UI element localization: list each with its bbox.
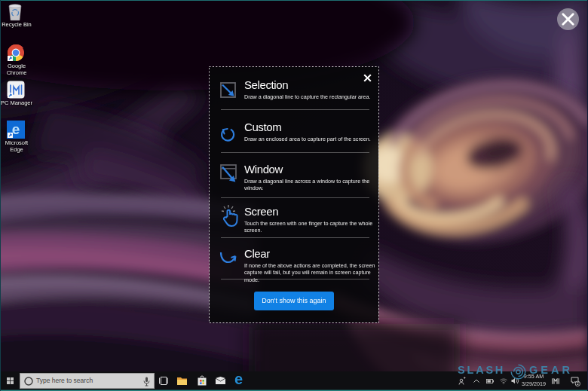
svg-text:e: e (12, 121, 20, 137)
svg-text:3/29/2019: 3/29/2019 (522, 380, 546, 387)
svg-text:2: 2 (577, 381, 579, 386)
